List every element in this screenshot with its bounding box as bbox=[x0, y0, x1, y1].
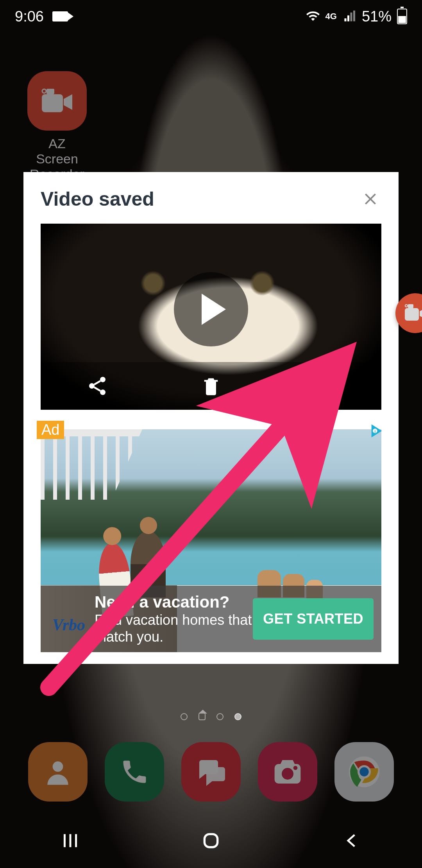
dock-contacts[interactable] bbox=[28, 742, 88, 802]
close-button[interactable] bbox=[359, 188, 381, 210]
svg-rect-0 bbox=[42, 94, 63, 112]
page-dot bbox=[181, 713, 188, 720]
page-dot-active bbox=[234, 713, 241, 720]
share-button[interactable] bbox=[74, 370, 121, 402]
dialog-title: Video saved bbox=[41, 188, 154, 210]
svg-rect-22 bbox=[204, 834, 217, 847]
navigation-bar bbox=[0, 813, 422, 868]
person-icon bbox=[42, 756, 73, 787]
dock-phone[interactable] bbox=[105, 742, 164, 802]
svg-point-7 bbox=[89, 383, 95, 389]
play-button[interactable] bbox=[174, 272, 248, 346]
battery-icon bbox=[397, 9, 407, 24]
page-indicator bbox=[0, 713, 422, 720]
battery-percent-label: 51% bbox=[362, 8, 392, 25]
nav-home-button[interactable] bbox=[195, 829, 227, 852]
status-bar: 9:06 4G 51% bbox=[0, 0, 422, 33]
status-time: 9:06 bbox=[15, 8, 44, 25]
video-thumbnail[interactable] bbox=[41, 224, 381, 410]
home-nav-icon bbox=[201, 831, 221, 850]
camcorder-icon bbox=[52, 11, 68, 22]
ad-badge: Ad bbox=[37, 421, 64, 439]
play-icon bbox=[202, 294, 226, 325]
share-icon bbox=[86, 375, 108, 397]
svg-point-2 bbox=[42, 89, 46, 93]
trash-icon bbox=[201, 375, 221, 397]
ad-headline: Need a vacation? bbox=[95, 593, 253, 612]
recents-icon bbox=[61, 831, 80, 850]
advertisement[interactable]: Ad i Vrbo Need a vacation? Find vacation… bbox=[41, 429, 381, 652]
svg-rect-1 bbox=[46, 89, 54, 94]
svg-point-12 bbox=[53, 761, 63, 772]
signal-icon bbox=[342, 9, 356, 23]
nav-back-button[interactable] bbox=[336, 829, 367, 852]
camera-icon bbox=[272, 758, 303, 786]
ad-brand-logo: Vrbo bbox=[52, 615, 85, 634]
video-action-bar bbox=[41, 362, 381, 410]
video-saved-dialog: Video saved A bbox=[23, 172, 399, 664]
network-type-label: 4G bbox=[325, 11, 337, 22]
dock-camera[interactable] bbox=[258, 742, 317, 802]
ad-cta-button[interactable]: GET STARTED bbox=[253, 598, 374, 640]
svg-point-8 bbox=[100, 389, 106, 395]
dock-chrome[interactable] bbox=[334, 742, 394, 802]
nav-recents-button[interactable] bbox=[55, 829, 86, 852]
close-icon bbox=[361, 190, 380, 208]
ad-info-button[interactable]: i bbox=[369, 423, 386, 440]
svg-rect-3 bbox=[405, 308, 419, 321]
chrome-icon bbox=[347, 755, 381, 789]
wifi-icon bbox=[306, 9, 320, 23]
svg-point-14 bbox=[282, 768, 293, 780]
chat-icon bbox=[195, 757, 227, 787]
back-icon bbox=[343, 831, 360, 850]
app-shortcut-icon bbox=[27, 71, 87, 131]
svg-rect-4 bbox=[408, 304, 413, 308]
dock bbox=[0, 742, 422, 802]
magic-wand-icon bbox=[313, 375, 336, 397]
ad-subline: Find vacation homes that match you. bbox=[95, 612, 253, 645]
page-dot bbox=[216, 713, 224, 720]
ad-choices-icon: i bbox=[369, 423, 384, 439]
edit-button[interactable] bbox=[301, 370, 348, 402]
svg-point-5 bbox=[405, 305, 408, 307]
ad-image: Vrbo Need a vacation? Find vacation home… bbox=[41, 429, 381, 652]
phone-icon bbox=[120, 757, 149, 787]
dock-messages[interactable] bbox=[181, 742, 241, 802]
app-shortcut-az-recorder[interactable]: AZ Screen Recorder bbox=[27, 71, 87, 182]
svg-point-6 bbox=[100, 377, 106, 382]
svg-point-15 bbox=[293, 766, 298, 770]
svg-text:i: i bbox=[374, 429, 376, 434]
delete-button[interactable] bbox=[188, 370, 234, 402]
home-page-dot bbox=[198, 713, 206, 720]
